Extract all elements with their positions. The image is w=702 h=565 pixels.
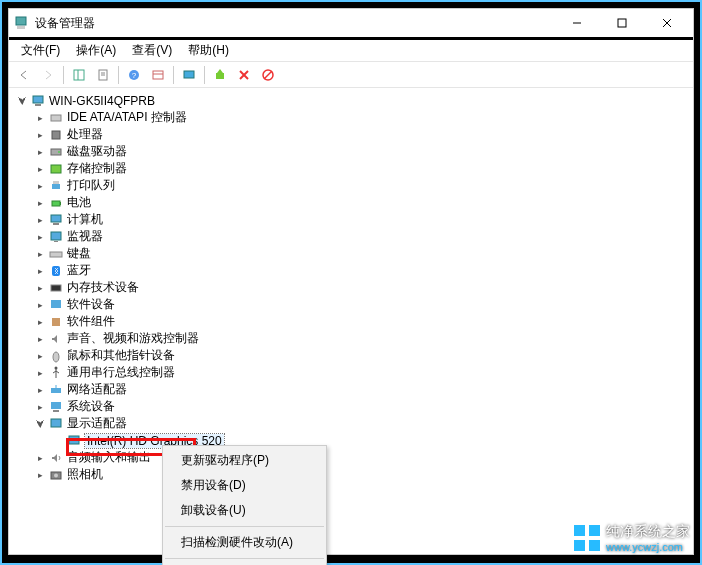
forward-button[interactable]: [37, 64, 59, 86]
chevron-right-icon[interactable]: ▸: [33, 281, 47, 295]
tree-item[interactable]: ▸系统设备: [11, 398, 691, 415]
svg-rect-2: [17, 26, 25, 29]
device-tree[interactable]: ⮟ WIN-GK5II4QFPRB ▸IDE ATA/ATAPI 控制器 ▸处理…: [9, 88, 693, 554]
menu-action[interactable]: 操作(A): [68, 40, 124, 61]
chevron-right-icon[interactable]: ▸: [33, 298, 47, 312]
chevron-right-icon[interactable]: ▸: [33, 247, 47, 261]
menu-help[interactable]: 帮助(H): [180, 40, 237, 61]
show-hide-tree-button[interactable]: [68, 64, 90, 86]
monitor-icon: [48, 229, 64, 245]
cpu-icon: [48, 127, 64, 143]
view-button[interactable]: [147, 64, 169, 86]
tree-item[interactable]: ▸鼠标和其他指针设备: [11, 347, 691, 364]
chevron-right-icon[interactable]: ▸: [33, 332, 47, 346]
chevron-right-icon[interactable]: ▸: [33, 179, 47, 193]
chevron-right-icon[interactable]: ▸: [33, 196, 47, 210]
tree-item[interactable]: ▸存储控制器: [11, 160, 691, 177]
ctx-uninstall-device[interactable]: 卸载设备(U): [163, 498, 326, 523]
node-label: 内存技术设备: [67, 279, 139, 296]
chevron-right-icon[interactable]: ▸: [33, 451, 47, 465]
update-driver-button[interactable]: [209, 64, 231, 86]
node-label: 计算机: [67, 211, 103, 228]
tree-item[interactable]: ▸处理器: [11, 126, 691, 143]
chevron-right-icon[interactable]: ▸: [33, 230, 47, 244]
chevron-right-icon[interactable]: ▸: [33, 366, 47, 380]
svg-rect-1: [16, 17, 26, 25]
tree-item-intel-graphics[interactable]: Intel(R) HD Graphics 520: [11, 432, 691, 449]
tree-item[interactable]: ▸内存技术设备: [11, 279, 691, 296]
tree-item[interactable]: ▸照相机: [11, 466, 691, 483]
back-button[interactable]: [13, 64, 35, 86]
node-label: 存储控制器: [67, 160, 127, 177]
audio-icon: [48, 331, 64, 347]
tree-item[interactable]: ▸音频输入和输出: [11, 449, 691, 466]
system-icon: [48, 399, 64, 415]
node-label: 显示适配器: [67, 415, 127, 432]
computer-icon: [30, 93, 46, 109]
uninstall-button[interactable]: [233, 64, 255, 86]
pc-icon: [48, 212, 64, 228]
chevron-right-icon[interactable]: ▸: [33, 315, 47, 329]
svg-rect-49: [69, 436, 79, 444]
app-icon: [13, 15, 29, 31]
menu-file[interactable]: 文件(F): [13, 40, 68, 61]
chevron-right-icon[interactable]: ▸: [33, 213, 47, 227]
svg-point-27: [58, 151, 60, 153]
tree-item[interactable]: ▸软件设备: [11, 296, 691, 313]
network-icon: [48, 382, 64, 398]
menu-view[interactable]: 查看(V): [124, 40, 180, 61]
help-button[interactable]: ?: [123, 64, 145, 86]
maximize-button[interactable]: [599, 9, 644, 37]
tree-item[interactable]: ▸打印队列: [11, 177, 691, 194]
chevron-right-icon[interactable]: ▸: [33, 111, 47, 125]
node-label: 通用串行总线控制器: [67, 364, 175, 381]
svg-rect-24: [51, 115, 61, 121]
chevron-right-icon[interactable]: ▸: [33, 264, 47, 278]
tree-item[interactable]: ▸键盘: [11, 245, 691, 262]
properties-button[interactable]: [92, 64, 114, 86]
svg-rect-39: [51, 285, 61, 291]
tree-item[interactable]: ▸通用串行总线控制器: [11, 364, 691, 381]
close-button[interactable]: [644, 9, 689, 37]
chevron-right-icon[interactable]: ▸: [33, 400, 47, 414]
ctx-update-driver[interactable]: 更新驱动程序(P): [163, 448, 326, 473]
watermark-logo-icon: [574, 525, 600, 551]
disable-button[interactable]: [257, 64, 279, 86]
svg-text:?: ?: [132, 71, 137, 80]
tree-item[interactable]: ▸磁盘驱动器: [11, 143, 691, 160]
tree-item[interactable]: ▸蓝牙: [11, 262, 691, 279]
mouse-icon: [48, 348, 64, 364]
tree-item[interactable]: ▸IDE ATA/ATAPI 控制器: [11, 109, 691, 126]
printer-icon: [48, 178, 64, 194]
chevron-right-icon[interactable]: ▸: [33, 145, 47, 159]
tree-item[interactable]: ▸网络适配器: [11, 381, 691, 398]
chevron-right-icon[interactable]: ▸: [33, 128, 47, 142]
component-icon: [48, 314, 64, 330]
svg-rect-47: [53, 410, 59, 412]
tree-item[interactable]: ▸计算机: [11, 211, 691, 228]
svg-rect-17: [216, 73, 224, 79]
tree-item[interactable]: ▸软件组件: [11, 313, 691, 330]
ctx-scan-hardware[interactable]: 扫描检测硬件改动(A): [163, 530, 326, 555]
chevron-down-icon[interactable]: ⮟: [15, 94, 29, 108]
disk-icon: [48, 144, 64, 160]
camera-icon: [48, 467, 64, 483]
tree-item[interactable]: ▸声音、视频和游戏控制器: [11, 330, 691, 347]
chevron-down-icon[interactable]: ⮟: [33, 417, 47, 431]
tree-root[interactable]: ⮟ WIN-GK5II4QFPRB: [11, 92, 691, 109]
separator: [165, 526, 324, 527]
chevron-right-icon[interactable]: ▸: [33, 383, 47, 397]
device-manager-window: 设备管理器 文件(F) 操作(A) 查看(V) 帮助(H) ? ⮟ WI: [8, 8, 694, 555]
tree-item[interactable]: ▸电池: [11, 194, 691, 211]
chevron-right-icon[interactable]: ▸: [33, 349, 47, 363]
chevron-right-icon[interactable]: ▸: [33, 468, 47, 482]
minimize-button[interactable]: [554, 9, 599, 37]
ctx-disable-device[interactable]: 禁用设备(D): [163, 473, 326, 498]
tree-item[interactable]: ▸监视器: [11, 228, 691, 245]
tree-item-display-adapters[interactable]: ⮟显示适配器: [11, 415, 691, 432]
node-label: 音频输入和输出: [67, 449, 151, 466]
svg-rect-4: [618, 19, 626, 27]
scan-hardware-button[interactable]: [178, 64, 200, 86]
watermark-text: 纯净系统之家: [606, 523, 690, 541]
chevron-right-icon[interactable]: ▸: [33, 162, 47, 176]
